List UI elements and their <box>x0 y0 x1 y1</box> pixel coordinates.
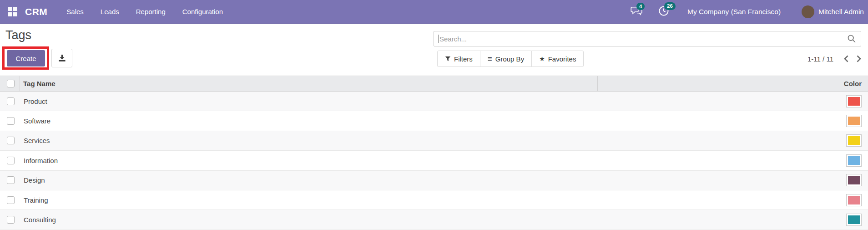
search-icon[interactable] <box>847 34 856 43</box>
row-checkbox[interactable] <box>7 176 15 184</box>
row-checkbox[interactable] <box>7 137 15 144</box>
table-row[interactable]: Information <box>0 151 868 170</box>
chevron-left-icon <box>842 54 851 63</box>
tag-color-fill <box>848 97 860 106</box>
filters-label: Filters <box>454 55 473 63</box>
tag-color-swatch[interactable] <box>846 95 862 107</box>
tag-color-swatch[interactable] <box>846 154 862 167</box>
tag-color-swatch[interactable] <box>846 134 862 147</box>
column-header-tag-name[interactable]: Tag Name <box>20 76 598 91</box>
search-filter-bar: Filters ≡ Group By ★ Favorites <box>437 51 584 67</box>
tag-color-swatch[interactable] <box>846 194 862 206</box>
chevron-right-icon <box>854 54 863 63</box>
favorites-button[interactable]: ★ Favorites <box>531 51 584 67</box>
funnel-icon <box>445 56 451 62</box>
user-menu[interactable]: Mitchell Admin <box>818 8 864 16</box>
download-icon <box>58 54 66 62</box>
table-row[interactable]: Design <box>0 171 868 190</box>
tag-name-cell: Information <box>24 157 58 164</box>
menu-reporting[interactable]: Reporting <box>136 8 166 15</box>
table-header: Tag Name Color <box>0 76 868 92</box>
pager-next-button[interactable] <box>853 52 864 65</box>
app-name[interactable]: CRM <box>25 6 47 17</box>
activities-count-badge: 26 <box>664 2 676 10</box>
tag-rows: ProductSoftwareServicesInformationDesign… <box>0 92 868 230</box>
tag-color-fill <box>848 196 860 204</box>
navbar-right: 4 26 My Company (San Francisco) Mitchell… <box>631 0 864 24</box>
create-button[interactable]: Create <box>7 50 45 66</box>
filters-button[interactable]: Filters <box>437 51 480 67</box>
favorites-label: Favorites <box>548 55 576 63</box>
tag-name-cell: Consulting <box>24 216 56 224</box>
star-icon: ★ <box>539 56 545 62</box>
tag-color-fill <box>848 136 860 145</box>
activities-button[interactable]: 26 <box>658 5 669 18</box>
pager: 1-11 / 11 <box>807 51 864 67</box>
messages-button[interactable]: 4 <box>631 6 643 18</box>
tag-name-cell: Product <box>24 97 47 105</box>
text-caret <box>439 35 439 43</box>
table-row[interactable]: Product <box>0 92 868 111</box>
tag-name-cell: Software <box>24 117 50 125</box>
apps-menu-icon[interactable] <box>8 7 17 16</box>
tag-color-fill <box>848 156 860 165</box>
company-switcher[interactable]: My Company (San Francisco) <box>687 8 781 16</box>
group-by-button[interactable]: ≡ Group By <box>480 51 532 67</box>
page-title: Tags <box>5 28 31 42</box>
table-row[interactable]: Consulting <box>0 210 868 230</box>
menu-configuration[interactable]: Configuration <box>182 8 223 15</box>
menu-leads[interactable]: Leads <box>101 8 119 15</box>
tag-color-fill <box>848 176 860 184</box>
tag-name-cell: Training <box>24 196 48 204</box>
row-checkbox[interactable] <box>7 117 15 125</box>
messages-count-badge: 4 <box>636 3 645 10</box>
main-menu: Sales Leads Reporting Configuration <box>66 8 223 15</box>
tag-color-swatch[interactable] <box>846 174 862 186</box>
table-row[interactable]: Software <box>0 111 868 131</box>
table-row[interactable]: Training <box>0 190 868 210</box>
row-checkbox[interactable] <box>7 97 15 105</box>
tag-color-fill <box>848 117 860 125</box>
row-checkbox[interactable] <box>7 157 15 164</box>
tag-color-fill <box>848 215 860 224</box>
row-checkbox[interactable] <box>7 196 15 204</box>
tag-color-swatch[interactable] <box>846 115 862 127</box>
group-by-label: Group By <box>495 55 524 63</box>
column-header-color[interactable]: Color <box>598 76 868 91</box>
tag-color-swatch[interactable] <box>846 214 862 226</box>
pager-range: 1-11 / 11 <box>807 55 833 63</box>
top-navbar: CRM Sales Leads Reporting Configuration … <box>0 0 868 24</box>
group-by-icon: ≡ <box>488 55 492 63</box>
tag-name-cell: Services <box>24 137 50 144</box>
select-all-checkbox[interactable] <box>7 80 15 87</box>
tag-name-cell: Design <box>24 176 45 184</box>
search-input[interactable]: Search... <box>434 31 861 46</box>
menu-sales[interactable]: Sales <box>66 8 84 15</box>
export-button[interactable] <box>51 49 72 67</box>
user-avatar[interactable] <box>802 5 814 18</box>
row-checkbox[interactable] <box>7 216 15 224</box>
search-placeholder: Search... <box>439 35 467 43</box>
select-all-cell <box>0 76 20 91</box>
table-row[interactable]: Services <box>0 131 868 151</box>
pager-previous-button[interactable] <box>841 52 853 65</box>
